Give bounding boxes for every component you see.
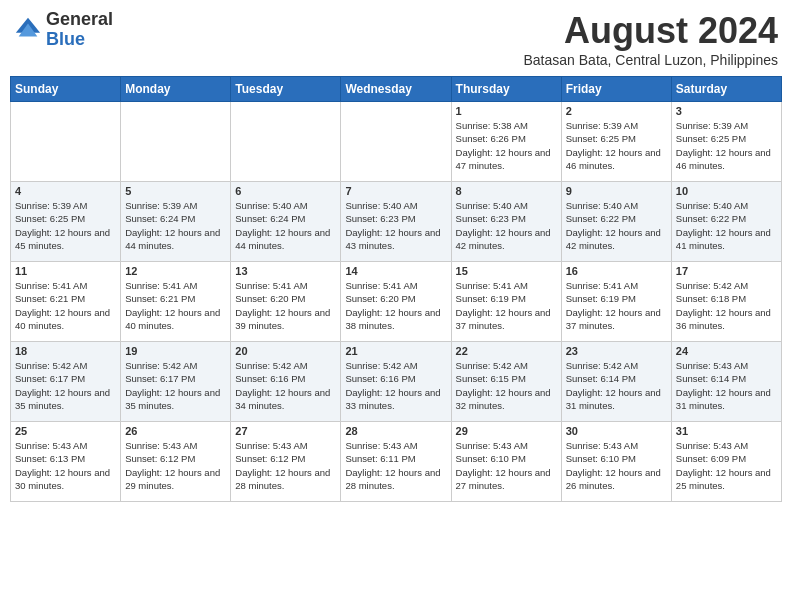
calendar-cell: 3 Sunrise: 5:39 AMSunset: 6:25 PMDayligh… [671,102,781,182]
calendar-cell [341,102,451,182]
day-number: 18 [15,345,116,357]
logo-general: General [46,9,113,29]
day-info: Sunrise: 5:39 AMSunset: 6:24 PMDaylight:… [125,199,226,252]
day-info: Sunrise: 5:41 AMSunset: 6:19 PMDaylight:… [456,279,557,332]
day-info: Sunrise: 5:43 AMSunset: 6:12 PMDaylight:… [235,439,336,492]
day-info: Sunrise: 5:41 AMSunset: 6:21 PMDaylight:… [125,279,226,332]
calendar-cell: 26 Sunrise: 5:43 AMSunset: 6:12 PMDaylig… [121,422,231,502]
day-info: Sunrise: 5:42 AMSunset: 6:16 PMDaylight:… [235,359,336,412]
day-info: Sunrise: 5:41 AMSunset: 6:20 PMDaylight:… [235,279,336,332]
day-info: Sunrise: 5:43 AMSunset: 6:10 PMDaylight:… [456,439,557,492]
weekday-header-thursday: Thursday [451,77,561,102]
day-info: Sunrise: 5:42 AMSunset: 6:17 PMDaylight:… [15,359,116,412]
calendar-cell: 21 Sunrise: 5:42 AMSunset: 6:16 PMDaylig… [341,342,451,422]
day-number: 8 [456,185,557,197]
day-number: 31 [676,425,777,437]
calendar-cell [121,102,231,182]
calendar-cell: 23 Sunrise: 5:42 AMSunset: 6:14 PMDaylig… [561,342,671,422]
day-info: Sunrise: 5:43 AMSunset: 6:13 PMDaylight:… [15,439,116,492]
day-number: 15 [456,265,557,277]
day-info: Sunrise: 5:39 AMSunset: 6:25 PMDaylight:… [15,199,116,252]
day-number: 9 [566,185,667,197]
day-info: Sunrise: 5:39 AMSunset: 6:25 PMDaylight:… [676,119,777,172]
calendar-week-row: 1 Sunrise: 5:38 AMSunset: 6:26 PMDayligh… [11,102,782,182]
calendar-cell: 22 Sunrise: 5:42 AMSunset: 6:15 PMDaylig… [451,342,561,422]
weekday-header-sunday: Sunday [11,77,121,102]
calendar-cell [231,102,341,182]
weekday-header-tuesday: Tuesday [231,77,341,102]
calendar-cell: 16 Sunrise: 5:41 AMSunset: 6:19 PMDaylig… [561,262,671,342]
day-number: 14 [345,265,446,277]
day-number: 28 [345,425,446,437]
day-info: Sunrise: 5:42 AMSunset: 6:18 PMDaylight:… [676,279,777,332]
calendar-cell: 27 Sunrise: 5:43 AMSunset: 6:12 PMDaylig… [231,422,341,502]
day-number: 5 [125,185,226,197]
day-info: Sunrise: 5:40 AMSunset: 6:22 PMDaylight:… [676,199,777,252]
calendar-cell: 6 Sunrise: 5:40 AMSunset: 6:24 PMDayligh… [231,182,341,262]
calendar-cell: 13 Sunrise: 5:41 AMSunset: 6:20 PMDaylig… [231,262,341,342]
day-number: 4 [15,185,116,197]
day-info: Sunrise: 5:41 AMSunset: 6:19 PMDaylight:… [566,279,667,332]
day-info: Sunrise: 5:40 AMSunset: 6:23 PMDaylight:… [456,199,557,252]
day-number: 11 [15,265,116,277]
calendar-cell: 31 Sunrise: 5:43 AMSunset: 6:09 PMDaylig… [671,422,781,502]
day-info: Sunrise: 5:43 AMSunset: 6:11 PMDaylight:… [345,439,446,492]
day-number: 7 [345,185,446,197]
calendar-cell: 25 Sunrise: 5:43 AMSunset: 6:13 PMDaylig… [11,422,121,502]
calendar-cell: 11 Sunrise: 5:41 AMSunset: 6:21 PMDaylig… [11,262,121,342]
calendar-cell: 18 Sunrise: 5:42 AMSunset: 6:17 PMDaylig… [11,342,121,422]
calendar-table: SundayMondayTuesdayWednesdayThursdayFrid… [10,76,782,502]
day-info: Sunrise: 5:42 AMSunset: 6:14 PMDaylight:… [566,359,667,412]
calendar-cell: 10 Sunrise: 5:40 AMSunset: 6:22 PMDaylig… [671,182,781,262]
calendar-week-row: 25 Sunrise: 5:43 AMSunset: 6:13 PMDaylig… [11,422,782,502]
day-info: Sunrise: 5:42 AMSunset: 6:17 PMDaylight:… [125,359,226,412]
day-number: 20 [235,345,336,357]
calendar-week-row: 18 Sunrise: 5:42 AMSunset: 6:17 PMDaylig… [11,342,782,422]
day-number: 30 [566,425,667,437]
page-header: General Blue August 2024 Batasan Bata, C… [10,10,782,68]
calendar-cell: 28 Sunrise: 5:43 AMSunset: 6:11 PMDaylig… [341,422,451,502]
calendar-cell: 9 Sunrise: 5:40 AMSunset: 6:22 PMDayligh… [561,182,671,262]
day-number: 12 [125,265,226,277]
weekday-header-saturday: Saturday [671,77,781,102]
day-number: 2 [566,105,667,117]
day-number: 1 [456,105,557,117]
day-info: Sunrise: 5:41 AMSunset: 6:20 PMDaylight:… [345,279,446,332]
day-info: Sunrise: 5:43 AMSunset: 6:14 PMDaylight:… [676,359,777,412]
calendar-cell: 15 Sunrise: 5:41 AMSunset: 6:19 PMDaylig… [451,262,561,342]
day-info: Sunrise: 5:43 AMSunset: 6:09 PMDaylight:… [676,439,777,492]
calendar-cell: 30 Sunrise: 5:43 AMSunset: 6:10 PMDaylig… [561,422,671,502]
day-number: 26 [125,425,226,437]
calendar-week-row: 11 Sunrise: 5:41 AMSunset: 6:21 PMDaylig… [11,262,782,342]
day-info: Sunrise: 5:40 AMSunset: 6:22 PMDaylight:… [566,199,667,252]
calendar-cell: 24 Sunrise: 5:43 AMSunset: 6:14 PMDaylig… [671,342,781,422]
weekday-header-friday: Friday [561,77,671,102]
day-number: 19 [125,345,226,357]
day-info: Sunrise: 5:41 AMSunset: 6:21 PMDaylight:… [15,279,116,332]
title-block: August 2024 Batasan Bata, Central Luzon,… [524,10,779,68]
calendar-cell: 8 Sunrise: 5:40 AMSunset: 6:23 PMDayligh… [451,182,561,262]
day-number: 10 [676,185,777,197]
logo-blue: Blue [46,29,85,49]
location: Batasan Bata, Central Luzon, Philippines [524,52,779,68]
day-number: 27 [235,425,336,437]
calendar-cell: 29 Sunrise: 5:43 AMSunset: 6:10 PMDaylig… [451,422,561,502]
calendar-cell: 17 Sunrise: 5:42 AMSunset: 6:18 PMDaylig… [671,262,781,342]
weekday-header-wednesday: Wednesday [341,77,451,102]
day-number: 24 [676,345,777,357]
day-number: 21 [345,345,446,357]
calendar-week-row: 4 Sunrise: 5:39 AMSunset: 6:25 PMDayligh… [11,182,782,262]
day-number: 3 [676,105,777,117]
day-info: Sunrise: 5:43 AMSunset: 6:12 PMDaylight:… [125,439,226,492]
calendar-cell: 20 Sunrise: 5:42 AMSunset: 6:16 PMDaylig… [231,342,341,422]
day-info: Sunrise: 5:42 AMSunset: 6:16 PMDaylight:… [345,359,446,412]
day-number: 17 [676,265,777,277]
day-info: Sunrise: 5:40 AMSunset: 6:24 PMDaylight:… [235,199,336,252]
day-number: 22 [456,345,557,357]
calendar-cell: 12 Sunrise: 5:41 AMSunset: 6:21 PMDaylig… [121,262,231,342]
day-number: 6 [235,185,336,197]
day-number: 13 [235,265,336,277]
month-year: August 2024 [524,10,779,52]
day-info: Sunrise: 5:43 AMSunset: 6:10 PMDaylight:… [566,439,667,492]
day-info: Sunrise: 5:40 AMSunset: 6:23 PMDaylight:… [345,199,446,252]
